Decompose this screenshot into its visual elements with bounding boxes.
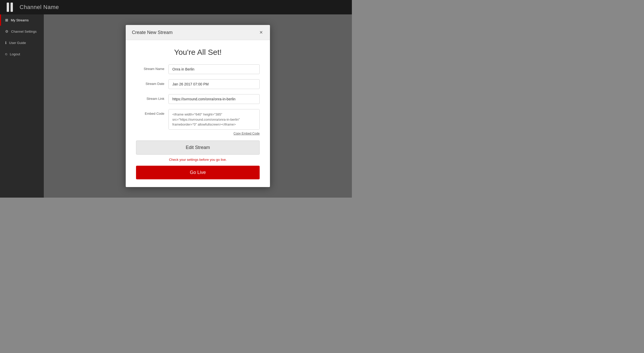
modal-overlay: Create New Stream × You're All Set! Stre… xyxy=(44,14,352,198)
svg-rect-1 xyxy=(11,3,13,12)
sidebar-item-logout[interactable]: ⎋ Logout xyxy=(0,48,44,60)
sidebar: ⊞ My Streams ⚙ Channel Settings ℹ User G… xyxy=(0,14,44,198)
gear-icon: ⚙ xyxy=(5,29,9,33)
copy-embed-row: Copy Embed Code xyxy=(136,132,260,135)
sidebar-item-label: My Streams xyxy=(11,18,29,22)
stream-link-label: Stream Link xyxy=(136,94,164,101)
check-settings-text: Check your settings before you go live. xyxy=(136,158,260,162)
modal-body: You're All Set! Stream Name Stream Date … xyxy=(126,40,270,187)
sidebar-item-label: User Guide xyxy=(9,41,26,45)
stream-name-label: Stream Name xyxy=(136,64,164,71)
main-layout: ⊞ My Streams ⚙ Channel Settings ℹ User G… xyxy=(0,14,352,198)
embed-code-label: Embed Code xyxy=(136,109,164,116)
svg-rect-0 xyxy=(7,3,9,12)
sidebar-item-label: Channel Settings xyxy=(11,30,37,33)
app-logo xyxy=(5,3,14,12)
copy-embed-button[interactable]: Copy Embed Code xyxy=(234,132,260,135)
sidebar-item-label: Logout xyxy=(10,52,20,56)
content-area: Create New Stream × You're All Set! Stre… xyxy=(44,14,352,198)
stream-date-label: Stream Date xyxy=(136,79,164,86)
edit-stream-button[interactable]: Edit Stream xyxy=(136,140,260,155)
stream-name-input[interactable] xyxy=(168,64,260,74)
logout-icon: ⎋ xyxy=(5,52,7,56)
modal-title: Create New Stream xyxy=(132,30,173,35)
info-icon: ℹ xyxy=(5,41,6,45)
grid-icon: ⊞ xyxy=(5,18,8,22)
stream-link-input[interactable] xyxy=(168,94,260,104)
modal-header: Create New Stream × xyxy=(126,25,270,40)
stream-date-row: Stream Date xyxy=(136,79,260,89)
stream-name-row: Stream Name xyxy=(136,64,260,74)
go-live-button[interactable]: Go Live xyxy=(136,166,260,179)
sidebar-item-user-guide[interactable]: ℹ User Guide xyxy=(0,37,44,48)
success-heading: You're All Set! xyxy=(136,48,260,57)
app-header: Channel Name xyxy=(0,0,352,14)
stream-date-input[interactable] xyxy=(168,79,260,89)
embed-code-row: Embed Code <iframe width="640" height="3… xyxy=(136,109,260,130)
create-stream-modal: Create New Stream × You're All Set! Stre… xyxy=(126,25,270,187)
stream-link-row: Stream Link xyxy=(136,94,260,104)
sidebar-item-channel-settings[interactable]: ⚙ Channel Settings xyxy=(0,26,44,37)
modal-close-button[interactable]: × xyxy=(258,30,264,35)
channel-name: Channel Name xyxy=(20,4,59,11)
embed-code-textarea[interactable]: <iframe width="640" height="385" src="ht… xyxy=(168,109,260,130)
sidebar-item-my-streams[interactable]: ⊞ My Streams xyxy=(0,14,44,26)
